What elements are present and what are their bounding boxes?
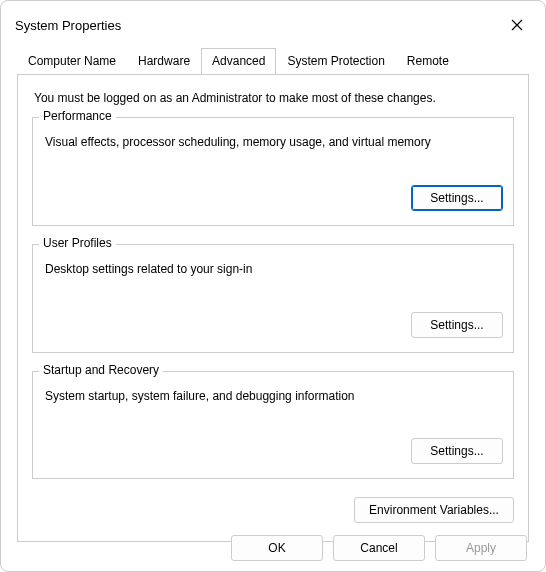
- admin-note: You must be logged on as an Administrato…: [34, 91, 512, 105]
- tab-remote[interactable]: Remote: [396, 48, 460, 75]
- performance-group: Performance Visual effects, processor sc…: [32, 117, 514, 226]
- user-profiles-group: User Profiles Desktop settings related t…: [32, 244, 514, 353]
- window-title: System Properties: [15, 18, 121, 33]
- startup-recovery-settings-button[interactable]: Settings...: [411, 438, 503, 464]
- tab-advanced[interactable]: Advanced: [201, 48, 276, 75]
- performance-settings-button[interactable]: Settings...: [411, 185, 503, 211]
- user-profiles-legend: User Profiles: [39, 236, 116, 250]
- user-profiles-settings-button[interactable]: Settings...: [411, 312, 503, 338]
- advanced-panel: You must be logged on as an Administrato…: [17, 74, 529, 542]
- startup-recovery-group: Startup and Recovery System startup, sys…: [32, 371, 514, 480]
- dialog-footer: OK Cancel Apply: [231, 535, 527, 561]
- cancel-button[interactable]: Cancel: [333, 535, 425, 561]
- tab-strip: Computer Name Hardware Advanced System P…: [1, 47, 545, 74]
- tab-computer-name[interactable]: Computer Name: [17, 48, 127, 75]
- tab-hardware[interactable]: Hardware: [127, 48, 201, 75]
- startup-recovery-desc: System startup, system failure, and debu…: [45, 388, 503, 405]
- performance-legend: Performance: [39, 109, 116, 123]
- close-icon: [511, 19, 523, 31]
- ok-button[interactable]: OK: [231, 535, 323, 561]
- startup-recovery-legend: Startup and Recovery: [39, 363, 163, 377]
- user-profiles-desc: Desktop settings related to your sign-in: [45, 261, 503, 278]
- close-button[interactable]: [503, 11, 531, 39]
- apply-button[interactable]: Apply: [435, 535, 527, 561]
- performance-desc: Visual effects, processor scheduling, me…: [45, 134, 503, 151]
- environment-variables-button[interactable]: Environment Variables...: [354, 497, 514, 523]
- tab-system-protection[interactable]: System Protection: [276, 48, 395, 75]
